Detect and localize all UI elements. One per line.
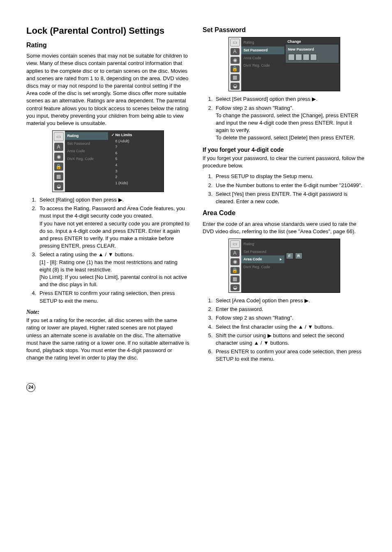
ui-options: Change Delete New Password	[284, 37, 340, 91]
rating-intro: Some movies contain scenes that may not …	[26, 52, 189, 127]
lock-icon: 🔒	[231, 267, 240, 274]
ui-menu-list: Rating Set Password Area Code DivX Reg. …	[241, 37, 284, 91]
forget-step-3: Select [Yes] then press ENTER. The 4-dig…	[214, 190, 366, 205]
audio-icon: ◉	[54, 153, 63, 161]
menu-set-password: Set Password	[241, 46, 284, 54]
forget-heading: If you forget your 4-digit code	[203, 146, 366, 154]
area-char-1: F	[286, 253, 293, 259]
menu-area-code: Area Code	[241, 54, 284, 62]
disc-icon: ◒	[231, 83, 240, 90]
language-icon: A	[231, 250, 240, 257]
menu-divx: DivX Reg. Code	[65, 155, 108, 163]
ui-menu-list: Rating Set Password Area Code DivX Reg. …	[65, 131, 108, 192]
audio-icon: ◉	[231, 57, 240, 64]
menu-divx: DivX Reg. Code	[241, 263, 284, 271]
left-column: Lock (Parental Control) Settings Rating …	[26, 25, 189, 366]
page-columns: Lock (Parental Control) Settings Rating …	[26, 25, 366, 366]
record-icon: ▦	[231, 276, 240, 283]
menu-rating: Rating	[241, 39, 284, 46]
area-ui-screenshot: ▭ A ◉ 🔒 ▦ ◒ Rating Set Password Area Cod…	[228, 239, 340, 293]
lock-icon: 🔒	[54, 162, 63, 171]
ui-menu-list: Rating Set Password Area Code▸ DivX Reg.…	[241, 239, 284, 292]
opt-8: 8 (Adult)	[110, 138, 162, 144]
area-code-intro: Enter the code of an area whose standard…	[203, 220, 366, 235]
area-step-3: Follow step 2 as shown "Rating".	[214, 314, 366, 322]
popup-title: New Password	[288, 47, 336, 52]
menu-divx: DivX Reg. Code	[241, 62, 284, 70]
ui-options: ✓No Limits 8 (Adult) 7 6 5 4 3 2 1 (Kids…	[108, 131, 164, 192]
pw-box-3	[303, 54, 309, 60]
tv-icon: ▭	[230, 39, 240, 46]
disc-icon: ◒	[54, 182, 63, 190]
opt-1: 1 (Kids)	[110, 180, 162, 186]
record-icon: ▦	[231, 74, 240, 81]
opt-6: 6	[110, 150, 162, 156]
opt-no-limits: ✓No Limits	[110, 132, 162, 138]
step-2: To access the Rating, Password and Area …	[38, 205, 189, 250]
area-steps: Select [Area Code] option then press ▶. …	[203, 297, 366, 363]
pw-box-2	[295, 54, 302, 60]
area-step-6: Press ENTER to confirm your area code se…	[214, 348, 366, 363]
record-icon: ▦	[54, 172, 63, 181]
tv-icon: ▭	[54, 132, 64, 141]
page-number-circle: 24	[26, 383, 35, 392]
area-char-2: R	[295, 253, 302, 259]
menu-rating: Rating	[241, 240, 284, 248]
forget-step-1: Press SETUP to display the Setup menu.	[214, 173, 366, 180]
language-icon: A	[54, 143, 63, 151]
ui-sidebar: ▭ A ◉ 🔒 ▦ ◒	[229, 239, 241, 292]
opt-2: 2	[110, 174, 162, 180]
rating-steps: Select [Rating] option then press ▶. To …	[26, 196, 189, 305]
area-code-boxes: F R	[286, 253, 338, 259]
menu-rating: Rating	[65, 132, 108, 140]
new-password-popup: New Password	[285, 44, 339, 63]
ui-sidebar: ▭ A ◉ 🔒 ▦ ◒	[53, 131, 65, 192]
note-label: Note:	[26, 308, 189, 316]
password-steps: Select [Set Password] option then press …	[203, 95, 366, 141]
step-3: Select a rating using the ▲ / ▼ buttons.…	[38, 251, 189, 288]
menu-set-password: Set Password	[241, 248, 284, 256]
forget-step-2: Use the Number buttons to enter the 6-di…	[214, 182, 366, 189]
opt-5: 5	[110, 156, 162, 162]
rating-heading: Rating	[26, 41, 189, 50]
page-number: 24	[26, 383, 366, 392]
menu-area-code: Area Code	[65, 147, 108, 155]
pw-box-4	[310, 54, 317, 60]
menu-set-password: Set Password	[65, 140, 108, 148]
pw-step-2: Follow step 2 as shown "Rating". To chan…	[214, 104, 366, 142]
opt-4: 4	[110, 162, 162, 168]
rating-ui-screenshot: ▭ A ◉ 🔒 ▦ ◒ Rating Set Password Area Cod…	[52, 130, 164, 192]
password-boxes	[288, 54, 336, 60]
area-step-5: Shift the cursor using ▶ buttons and sel…	[214, 332, 366, 347]
area-step-2: Enter the password.	[214, 306, 366, 313]
opt-7: 7	[110, 144, 162, 150]
note-body: If you set a rating for the recorder, al…	[26, 317, 189, 362]
main-heading: Lock (Parental Control) Settings	[26, 25, 189, 37]
audio-icon: ◉	[231, 258, 240, 265]
area-step-4: Select the first character using the ▲ /…	[214, 323, 366, 331]
ui-sidebar: ▭ A ◉ 🔒 ▦ ◒	[229, 37, 241, 91]
area-code-heading: Area Code	[203, 209, 366, 218]
tv-icon: ▭	[230, 240, 240, 248]
disc-icon: ◒	[231, 284, 240, 291]
forget-intro: If you forget your password, to clear th…	[203, 155, 366, 169]
set-password-heading: Set Password	[203, 26, 366, 35]
menu-area-code: Area Code▸	[241, 255, 284, 263]
step-4: Press ENTER to confirm your rating selec…	[38, 290, 189, 304]
lock-icon: 🔒	[231, 65, 240, 72]
area-step-1: Select [Area Code] option then press ▶.	[214, 297, 366, 304]
step-1: Select [Rating] option then press ▶.	[38, 196, 189, 204]
forget-steps: Press SETUP to display the Setup menu. U…	[203, 173, 366, 205]
opt-3: 3	[110, 168, 162, 174]
pw-box-1	[288, 54, 295, 60]
pw-step-1: Select [Set Password] option then press …	[214, 95, 366, 103]
language-icon: A	[231, 48, 240, 55]
ui-options: F R	[284, 239, 340, 292]
password-ui-screenshot: ▭ A ◉ 🔒 ▦ ◒ Rating Set Password Area Cod…	[228, 37, 340, 91]
right-column: Set Password ▭ A ◉ 🔒 ▦ ◒ Rating Set Pass…	[203, 25, 366, 366]
